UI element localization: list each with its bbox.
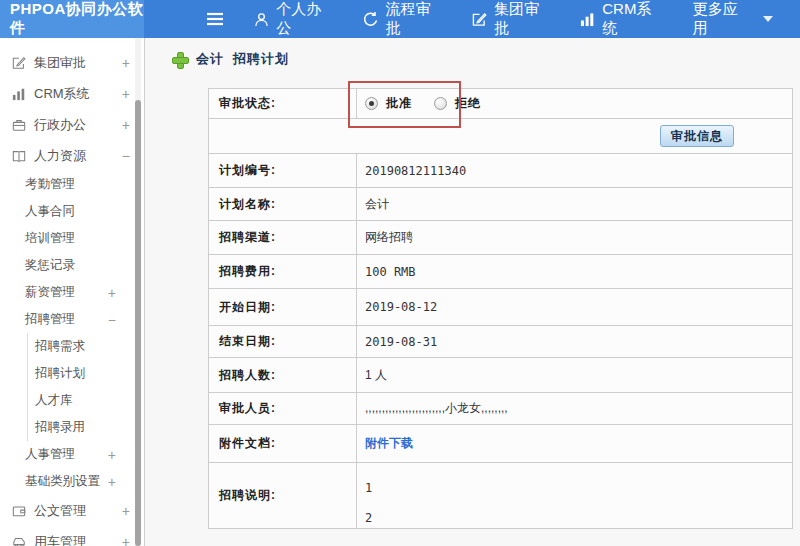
field-value: 附件下载 [357,425,792,462]
field-label: 招聘渠道: [209,221,357,254]
briefcase-icon [12,118,26,132]
sidebar-scrollbar-track[interactable] [135,38,141,546]
field-value: 1 人 [357,358,792,392]
sidebar-item-training[interactable]: 培训管理 [0,225,144,252]
sidebar-item-group-approval[interactable]: 集团审批 + [0,47,144,78]
attachment-download-link[interactable]: 附件下载 [365,435,413,452]
sidebar-item-base-category[interactable]: 基础类别设置 + [0,468,144,495]
sidebar-item-label: 招聘录用 [35,419,85,436]
sidebar-item-recruitment[interactable]: 招聘管理 − [0,306,144,333]
expand-icon[interactable]: + [108,285,116,301]
sidebar-item-label: 集团审批 [34,54,86,72]
sidebar-item-attendance[interactable]: 考勤管理 [0,171,144,198]
book-icon [12,149,26,163]
nav-group-approval[interactable]: 集团审批 [472,0,553,38]
field-value: 20190812111340 [357,154,792,187]
field-label: 招聘费用: [209,255,357,288]
expand-icon[interactable]: + [122,117,130,133]
reject-radio-label[interactable]: 拒绝 [455,95,481,112]
field-label: 计划编号: [209,154,357,187]
topbar: PHPOA协同办公软件 个人办公 流程审批 集团审批 [0,0,800,38]
expand-icon[interactable]: + [108,474,116,490]
process-cycle-icon [363,11,379,27]
form-row-headcount: 招聘人数: 1 人 [209,358,792,393]
sidebar-item-label: 招聘计划 [35,365,85,382]
sidebar-item-label: 人事合同 [25,203,75,220]
nav-crm-system[interactable]: CRM系统 [580,0,665,38]
expand-icon[interactable]: + [122,86,130,102]
main-content: 会计 招聘计划 审批状态: 批准 拒绝 审批信息 计划编号: 201908121… [146,38,800,546]
nav-personal-office[interactable]: 个人办公 [254,0,335,38]
chevron-down-icon [763,16,773,22]
nav-label: 更多应用 [693,0,752,38]
plan-name-title: 会计 [196,50,224,68]
form-row-end-date: 结束日期: 2019-08-31 [209,326,792,358]
sidebar-item-recruit-hire[interactable]: 招聘录用 [27,414,144,441]
sidebar-item-label: 基础类别设置 [25,473,100,490]
document-icon [12,504,26,518]
sidebar-item-vehicle[interactable]: 用车管理 + [0,526,144,546]
sidebar-item-label: 公文管理 [34,502,86,520]
form-row-actions: 审批信息 [209,119,792,154]
field-label: 招聘人数: [209,358,357,392]
recruit-plan-form: 审批状态: 批准 拒绝 审批信息 计划编号: 20190812111340 计划… [208,88,793,529]
approve-radio-label[interactable]: 批准 [386,95,412,112]
sidebar-item-talent-pool[interactable]: 人才库 [27,387,144,414]
add-plus-icon [172,52,187,67]
field-label: 开始日期: [209,289,357,325]
bar-chart-icon [580,12,595,27]
sidebar-item-label: 人力资源 [34,147,86,165]
expand-icon[interactable]: + [122,503,130,519]
sidebar-scrollbar-thumb[interactable] [135,100,141,546]
sidebar-item-recruit-plan[interactable]: 招聘计划 [27,360,144,387]
nav-more-apps[interactable]: 更多应用 [693,0,773,38]
form-row-description: 招聘说明: 1 2 [209,463,792,528]
sidebar-item-label: 人事管理 [25,446,75,463]
form-row-channel: 招聘渠道: 网络招聘 [209,221,792,255]
form-row-plan-name: 计划名称: 会计 [209,188,792,221]
sidebar-item-hr-contract[interactable]: 人事合同 [0,198,144,225]
field-value: 批准 拒绝 [357,89,792,118]
collapse-icon[interactable]: − [122,148,130,164]
field-label: 审批状态: [209,89,357,118]
nav-label: 流程审批 [386,0,445,38]
sidebar-item-label: CRM系统 [34,85,90,103]
menu-toggle-icon[interactable] [206,12,224,26]
sidebar-item-rewards[interactable]: 奖惩记录 [0,252,144,279]
field-value: ,,,,,,,,,,,,,,,,,,,,,,,,小龙女,,,,,,,, [357,393,792,424]
sidebar-item-label: 奖惩记录 [25,257,75,274]
field-label: 结束日期: [209,326,357,357]
sidebar-item-label: 人才库 [35,392,73,409]
expand-icon[interactable]: + [122,534,130,546]
collapse-icon[interactable]: − [108,312,116,328]
expand-icon[interactable]: + [122,55,130,71]
sidebar-item-hr[interactable]: 人力资源 − [0,140,144,171]
form-row-status: 审批状态: 批准 拒绝 [209,89,792,119]
car-icon [12,535,26,546]
sidebar-item-label: 招聘需求 [35,338,85,355]
sidebar-item-label: 薪资管理 [25,284,75,301]
field-label: 附件文档: [209,425,357,462]
form-row-start-date: 开始日期: 2019-08-12 [209,289,792,326]
sidebar-item-crm[interactable]: CRM系统 + [0,78,144,109]
field-label: 计划名称: [209,188,357,220]
reject-radio[interactable] [434,97,447,110]
approve-info-button[interactable]: 审批信息 [660,125,734,147]
form-row-plan-number: 计划编号: 20190812111340 [209,154,792,188]
edit-icon [472,12,487,27]
nav-process-approval[interactable]: 流程审批 [363,0,445,38]
nav-label: 集团审批 [494,0,553,38]
status-radio-group: 批准 拒绝 [365,95,495,112]
sidebar-item-admin-office[interactable]: 行政办公 + [0,109,144,140]
page-name-title: 招聘计划 [233,50,289,68]
approve-radio[interactable] [365,97,378,110]
sidebar-item-salary[interactable]: 薪资管理 + [0,279,144,306]
field-label: 招聘说明: [209,463,357,528]
form-row-cost: 招聘费用: 100 RMB [209,255,792,289]
expand-icon[interactable]: + [108,447,116,463]
field-value: 100 RMB [357,255,792,288]
sidebar-item-documents[interactable]: 公文管理 + [0,495,144,526]
sidebar-item-recruit-demand[interactable]: 招聘需求 [27,333,144,360]
sidebar-item-personnel[interactable]: 人事管理 + [0,441,144,468]
field-value: 2019-08-31 [357,326,792,357]
